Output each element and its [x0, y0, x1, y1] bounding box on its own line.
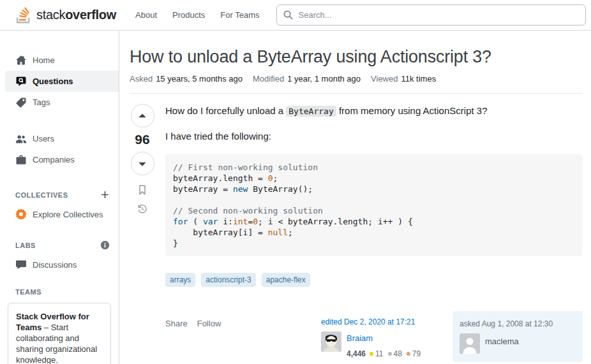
- sidebar-item-label: Home: [33, 55, 55, 65]
- gold-badge-icon: [370, 352, 373, 356]
- sidebar-item-label: Companies: [33, 155, 75, 164]
- edited-date-link[interactable]: edited Dec 2, 2020 at 17:21: [321, 315, 440, 329]
- code-line: for ( var i:int=0; i < byteArray.length;…: [173, 216, 575, 227]
- sidebar-item-label: Users: [33, 134, 54, 143]
- sidebar-nav: HomeQuestionsTagsUsersCompanies: [0, 50, 119, 170]
- code-line: }: [173, 238, 575, 249]
- code-line: [173, 194, 575, 205]
- stat-viewed: Viewed11k times: [371, 74, 436, 84]
- vote-column: 96: [130, 104, 155, 362]
- code-line: // Second non-working solution: [173, 205, 575, 216]
- top-nav: AboutProductsFor Teams: [128, 5, 267, 25]
- silver-badge-icon: [388, 352, 392, 356]
- asked-signature-card: asked Aug 1, 2008 at 12:30 maclema: [453, 311, 583, 362]
- topnav-link-for-teams[interactable]: For Teams: [213, 5, 267, 25]
- sidebar-item-label: Tags: [33, 98, 50, 107]
- reputation-score: 4,446: [347, 347, 366, 361]
- teams-header: TEAMS: [0, 287, 119, 296]
- code-line: byteArray = new ByteArray();: [173, 184, 575, 194]
- code-line: byteArray.length = 0;: [173, 173, 575, 184]
- collective-star-icon: [15, 208, 27, 220]
- stackoverflow-logo-icon: [15, 6, 32, 25]
- upvote-button[interactable]: [131, 104, 154, 127]
- sidebar-item-companies[interactable]: Companies: [0, 149, 119, 170]
- vote-score: 96: [135, 132, 149, 147]
- silver-badge-count: 48: [388, 347, 402, 361]
- users-icon: [15, 133, 27, 145]
- question-footer: Share Follow edited Dec 2, 2020 at 17:21…: [165, 311, 583, 362]
- asked-date: asked Aug 1, 2008 at 12:30: [460, 317, 576, 331]
- question-body: How do I forcefully unload a ByteArray f…: [165, 104, 583, 362]
- sidebar-item-label: Questions: [33, 76, 73, 86]
- tag-icon: [15, 97, 27, 108]
- stat-value: 11k times: [401, 74, 436, 84]
- stat-label: Asked: [130, 74, 153, 84]
- question-title: How to unload a ByteArray using Actionsc…: [130, 47, 583, 68]
- sidebar-item-explore-collectives[interactable]: Explore Collectives: [0, 205, 119, 224]
- post-actions: Share Follow: [165, 317, 221, 331]
- labs-header-label: LABS: [15, 242, 36, 249]
- search-bar: [276, 4, 587, 25]
- edited-signature: edited Dec 2, 2020 at 17:21 Braiam 4,446…: [321, 315, 440, 361]
- question-paragraph-2: I have tried the following:: [165, 129, 583, 143]
- tag-list: arraysactionscript-3apache-flex: [165, 273, 583, 287]
- bronze-badge-count: 79: [407, 347, 421, 361]
- bronze-badge-icon: [407, 352, 410, 356]
- sidebar-item-label: Explore Collectives: [33, 210, 103, 219]
- question-paragraph-1: How do I forcefully unload a ByteArray f…: [165, 104, 583, 119]
- question-stats: Asked15 years, 5 months agoModified1 yea…: [130, 74, 583, 94]
- asker-avatar[interactable]: [460, 333, 480, 354]
- main-content: How to unload a ByteArray using Actionsc…: [119, 31, 591, 364]
- share-link[interactable]: Share: [165, 317, 188, 331]
- labs-info-icon[interactable]: [100, 240, 110, 250]
- sidebar-item-discussions[interactable]: Discussions: [0, 255, 119, 274]
- gold-badge-count: 11: [370, 347, 383, 361]
- bookmark-icon[interactable]: [137, 184, 148, 196]
- labs-header: LABS: [0, 240, 119, 250]
- sidebar-item-questions[interactable]: Questions: [5, 71, 119, 92]
- asker-name-link[interactable]: maclema: [485, 335, 519, 349]
- briefcase-icon: [15, 154, 27, 166]
- add-collective-icon[interactable]: [100, 190, 110, 200]
- collectives-header: COLLECTIVES: [0, 190, 119, 200]
- search-input[interactable]: [276, 4, 587, 25]
- stat-asked: Asked15 years, 5 months ago: [130, 74, 243, 84]
- collectives-header-label: COLLECTIVES: [15, 191, 68, 199]
- editor-avatar[interactable]: [321, 331, 341, 352]
- left-sidebar: HomeQuestionsTagsUsersCompanies COLLECTI…: [0, 31, 119, 364]
- sidebar-item-home[interactable]: Home: [0, 50, 119, 71]
- stat-label: Viewed: [371, 74, 398, 84]
- stackoverflow-logo[interactable]: stackoverflow: [10, 6, 121, 25]
- discussion-bubble-icon: [15, 259, 27, 270]
- history-icon[interactable]: [137, 203, 148, 215]
- code-line: byteArray[i] = null;: [173, 227, 575, 238]
- editor-reputation: 4,446 114879: [347, 347, 421, 361]
- stat-value: 1 year, 1 month ago: [287, 74, 361, 84]
- tag-actionscript-3[interactable]: actionscript-3: [201, 273, 255, 287]
- inline-code: ByteArray: [286, 106, 336, 117]
- tag-arrays[interactable]: arrays: [165, 273, 195, 287]
- stat-label: Modified: [253, 74, 284, 84]
- teams-header-label: TEAMS: [15, 288, 41, 296]
- questions-icon: [15, 76, 27, 87]
- logo-text: stackoverflow: [36, 8, 116, 22]
- topnav-link-products[interactable]: Products: [165, 5, 213, 25]
- sidebar-item-tags[interactable]: Tags: [0, 92, 119, 113]
- topnav-link-about[interactable]: About: [128, 5, 165, 25]
- tag-apache-flex[interactable]: apache-flex: [262, 273, 310, 287]
- follow-link[interactable]: Follow: [197, 317, 221, 331]
- teams-promo-card[interactable]: Stack Overflow for Teams – Start collabo…: [8, 303, 111, 364]
- sidebar-item-label: Discussions: [33, 260, 77, 270]
- editor-name-link[interactable]: Braiam: [347, 331, 421, 346]
- top-bar: stackoverflow AboutProductsFor Teams: [0, 0, 591, 31]
- home-icon: [15, 55, 27, 66]
- downvote-button[interactable]: [131, 152, 154, 175]
- code-line: // First non-working solution: [173, 162, 575, 173]
- badge-counts: 114879: [370, 347, 421, 361]
- stat-value: 15 years, 5 months ago: [156, 74, 243, 84]
- sidebar-item-users[interactable]: Users: [0, 128, 119, 149]
- code-block: // First non-working solutionbyteArray.l…: [165, 154, 583, 256]
- stat-modified: Modified1 year, 1 month ago: [253, 74, 361, 84]
